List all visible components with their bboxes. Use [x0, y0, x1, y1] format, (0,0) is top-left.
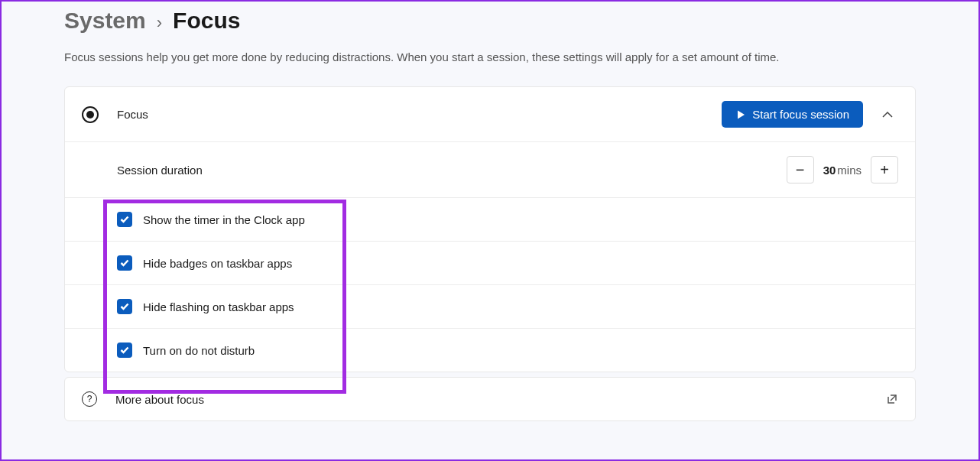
more-about-focus-link[interactable]: ? More about focus — [64, 377, 916, 421]
option-row-show-timer: Show the timer in the Clock app — [65, 198, 915, 242]
checkbox-do-not-disturb[interactable] — [117, 343, 132, 358]
focus-card-header: Focus Start focus session — [65, 87, 915, 142]
option-label: Hide flashing on taskbar apps — [143, 300, 294, 313]
option-label: Hide badges on taskbar apps — [143, 257, 292, 270]
help-icon: ? — [82, 391, 97, 407]
play-icon — [735, 109, 746, 120]
duration-value: 30 — [823, 164, 836, 177]
duration-display: 30mins — [823, 164, 862, 177]
focus-card: Focus Start focus session Session durati… — [64, 86, 916, 372]
checkmark-icon — [120, 346, 129, 354]
option-row-hide-flashing: Hide flashing on taskbar apps — [65, 285, 915, 329]
chevron-up-icon — [882, 111, 893, 118]
more-about-focus-label: More about focus — [115, 393, 886, 406]
checkmark-icon — [120, 259, 129, 267]
duration-unit: mins — [837, 164, 862, 177]
open-external-icon — [886, 393, 898, 405]
checkbox-hide-badges[interactable] — [117, 255, 132, 271]
option-row-do-not-disturb: Turn on do not disturb — [65, 329, 915, 372]
option-label: Show the timer in the Clock app — [143, 213, 305, 226]
collapse-toggle[interactable] — [877, 104, 898, 125]
checkbox-show-timer[interactable] — [117, 212, 132, 227]
option-label: Turn on do not disturb — [143, 344, 255, 357]
breadcrumb-parent[interactable]: System — [64, 8, 146, 34]
checkmark-icon — [120, 216, 129, 223]
duration-stepper: − 30mins + — [787, 156, 898, 183]
start-focus-label: Start focus session — [752, 108, 849, 121]
checkbox-hide-flashing[interactable] — [117, 299, 132, 314]
page-description: Focus sessions help you get more done by… — [64, 50, 916, 63]
session-duration-row: Session duration − 30mins + — [65, 142, 915, 198]
breadcrumb-current: Focus — [173, 8, 240, 34]
checkmark-icon — [120, 303, 129, 310]
decrement-button[interactable]: − — [787, 156, 814, 183]
start-focus-button[interactable]: Start focus session — [722, 101, 863, 128]
breadcrumb: System › Focus — [64, 8, 916, 34]
chevron-right-icon: › — [157, 13, 162, 33]
focus-title: Focus — [117, 108, 722, 121]
session-duration-label: Session duration — [117, 164, 787, 177]
increment-button[interactable]: + — [871, 156, 898, 183]
focus-icon — [82, 106, 99, 123]
option-row-hide-badges: Hide badges on taskbar apps — [65, 242, 915, 285]
